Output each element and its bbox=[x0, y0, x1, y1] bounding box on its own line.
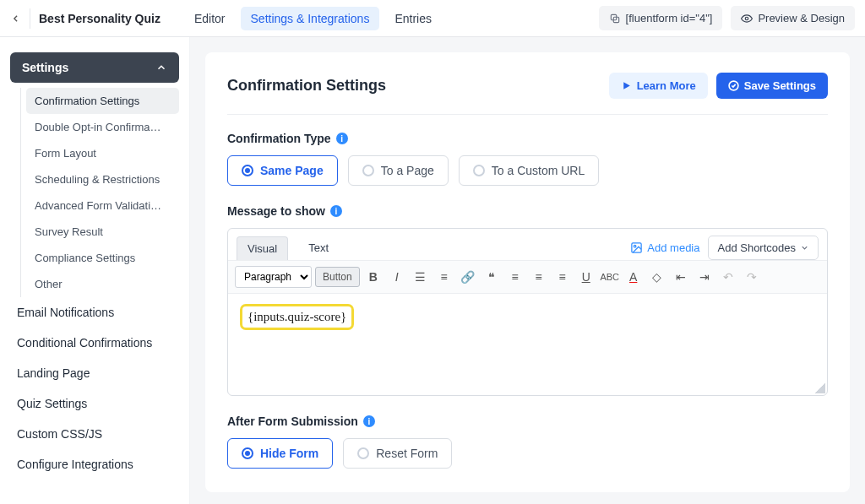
chevron-down-icon bbox=[800, 243, 809, 252]
radio-dot-icon bbox=[473, 165, 485, 176]
bold-button[interactable]: B bbox=[363, 267, 384, 287]
info-icon[interactable]: i bbox=[336, 133, 348, 144]
align-right-button[interactable]: ≡ bbox=[552, 267, 573, 287]
top-nav: Editor Settings & Integrations Entries bbox=[184, 7, 442, 30]
align-left-button[interactable]: ≡ bbox=[505, 267, 525, 287]
info-icon[interactable]: i bbox=[330, 205, 342, 217]
copy-icon bbox=[609, 13, 621, 24]
play-icon bbox=[621, 80, 632, 91]
radio-to-a-page[interactable]: To a Page bbox=[348, 155, 449, 186]
svg-point-5 bbox=[634, 245, 637, 247]
preview-label: Preview & Design bbox=[758, 12, 845, 24]
sidebar: Settings Confirmation Settings Double Op… bbox=[0, 37, 190, 504]
card-title: Confirmation Settings bbox=[227, 77, 386, 95]
svg-point-2 bbox=[746, 17, 749, 20]
rich-text-editor: Visual Text Add media Add Shortcodes bbox=[227, 228, 828, 396]
sidebar-item-double-opt-in[interactable]: Double Opt-in Confirma… bbox=[26, 114, 179, 140]
radio-dot-icon bbox=[357, 447, 369, 459]
learn-more-button[interactable]: Learn More bbox=[609, 73, 708, 99]
italic-button[interactable]: I bbox=[387, 267, 407, 287]
sidebar-item-quiz-settings[interactable]: Quiz Settings bbox=[10, 388, 179, 419]
sidebar-tree: Confirmation Settings Double Opt-in Conf… bbox=[20, 88, 179, 297]
sidebar-item-configure-integrations[interactable]: Configure Integrations bbox=[10, 449, 179, 480]
media-icon bbox=[630, 241, 643, 254]
align-center-button[interactable]: ≡ bbox=[529, 267, 549, 287]
top-bar: Best Personality Quiz Editor Settings & … bbox=[0, 0, 865, 37]
sidebar-item-form-layout[interactable]: Form Layout bbox=[26, 140, 179, 166]
content-area: Confirmation Settings Learn More Save Se… bbox=[190, 37, 865, 504]
clear-format-button[interactable]: ◇ bbox=[647, 267, 667, 287]
sidebar-group-settings[interactable]: Settings bbox=[10, 52, 179, 83]
sidebar-item-compliance[interactable]: Compliance Settings bbox=[26, 245, 179, 271]
confirmation-type-label: Confirmation Type i bbox=[227, 132, 828, 145]
tab-entries[interactable]: Entries bbox=[384, 7, 442, 30]
radio-to-custom-url[interactable]: To a Custom URL bbox=[459, 155, 599, 186]
sidebar-item-custom-css-js[interactable]: Custom CSS/JS bbox=[10, 419, 179, 449]
link-button[interactable]: 🔗 bbox=[458, 267, 478, 287]
message-to-show-label: Message to show i bbox=[227, 204, 828, 218]
editor-tab-visual[interactable]: Visual bbox=[237, 236, 288, 260]
after-form-submission-label: After Form Submission i bbox=[227, 415, 828, 428]
page-title: Best Personality Quiz bbox=[39, 12, 160, 25]
sidebar-group-label: Settings bbox=[22, 61, 68, 74]
chevron-up-icon bbox=[155, 62, 167, 73]
indent-button[interactable]: ⇥ bbox=[694, 267, 715, 287]
shortcode-text: [fluentform id="4"] bbox=[626, 12, 713, 24]
sidebar-item-advanced-validation[interactable]: Advanced Form Validati… bbox=[26, 192, 179, 219]
chevron-left-icon bbox=[10, 13, 21, 24]
underline-button[interactable]: U bbox=[576, 267, 596, 287]
shortcode-chip[interactable]: [fluentform id="4"] bbox=[599, 6, 723, 30]
tab-editor[interactable]: Editor bbox=[184, 7, 236, 30]
format-select[interactable]: Paragraph bbox=[235, 266, 312, 288]
radio-same-page[interactable]: Same Page bbox=[227, 155, 338, 186]
sidebar-item-other[interactable]: Other bbox=[26, 271, 179, 297]
sidebar-item-survey-result[interactable]: Survey Result bbox=[26, 219, 179, 245]
editor-content[interactable]: {inputs.quiz-score} bbox=[228, 294, 827, 395]
back-button[interactable] bbox=[10, 8, 30, 29]
sidebar-item-conditional-confirmations[interactable]: Conditional Confirmations bbox=[10, 328, 179, 358]
numbered-list-button[interactable]: ≡ bbox=[434, 267, 454, 287]
redo-button[interactable]: ↷ bbox=[742, 267, 762, 287]
radio-hide-form[interactable]: Hide Form bbox=[227, 438, 333, 469]
resize-handle[interactable] bbox=[815, 383, 825, 393]
confirmation-settings-card: Confirmation Settings Learn More Save Se… bbox=[205, 52, 850, 492]
add-media-button[interactable]: Add media bbox=[630, 241, 699, 254]
undo-button[interactable]: ↶ bbox=[718, 267, 738, 287]
check-circle-icon bbox=[728, 80, 739, 91]
strikethrough-button[interactable]: ABC bbox=[600, 267, 620, 287]
button-tool[interactable]: Button bbox=[315, 267, 360, 287]
preview-design-button[interactable]: Preview & Design bbox=[731, 6, 855, 30]
sidebar-item-scheduling[interactable]: Scheduling & Restrictions bbox=[26, 166, 179, 192]
editor-toolbar: Paragraph Button B I ☰ ≡ 🔗 ❝ ≡ ≡ ≡ U ABC… bbox=[228, 260, 827, 294]
tab-settings-integrations[interactable]: Settings & Integrations bbox=[241, 7, 380, 30]
after-submission-options: Hide Form Reset Form bbox=[227, 438, 828, 469]
quote-button[interactable]: ❝ bbox=[481, 267, 502, 287]
eye-icon bbox=[741, 13, 753, 24]
confirmation-type-options: Same Page To a Page To a Custom URL bbox=[227, 155, 828, 186]
svg-marker-3 bbox=[623, 82, 630, 89]
text-color-button[interactable]: A bbox=[623, 267, 644, 287]
sidebar-item-confirmation-settings[interactable]: Confirmation Settings bbox=[26, 88, 179, 114]
outdent-button[interactable]: ⇤ bbox=[671, 267, 691, 287]
radio-dot-icon bbox=[362, 165, 374, 176]
sidebar-item-landing-page[interactable]: Landing Page bbox=[10, 358, 179, 388]
shortcode-placeholder: {inputs.quiz-score} bbox=[240, 304, 354, 330]
editor-tab-text[interactable]: Text bbox=[298, 236, 339, 259]
radio-dot-icon bbox=[242, 447, 253, 459]
add-shortcodes-button[interactable]: Add Shortcodes bbox=[708, 236, 819, 260]
save-settings-button[interactable]: Save Settings bbox=[716, 73, 828, 99]
radio-reset-form[interactable]: Reset Form bbox=[343, 438, 452, 469]
info-icon[interactable]: i bbox=[363, 415, 375, 427]
bullet-list-button[interactable]: ☰ bbox=[411, 267, 431, 287]
sidebar-item-email-notifications[interactable]: Email Notifications bbox=[10, 297, 179, 328]
radio-dot-icon bbox=[242, 165, 253, 176]
